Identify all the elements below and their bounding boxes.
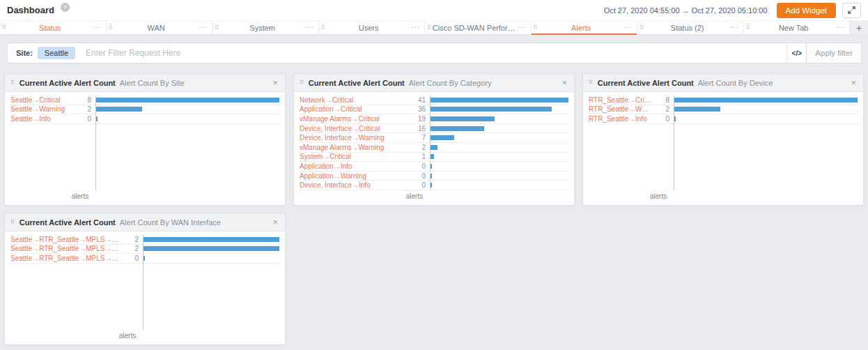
chart-row-header: Application→Critical36 [300,105,430,113]
widget-title: Current Active Alert Count [309,79,405,87]
tab-menu-icon[interactable]: ··· [305,24,318,31]
chart-row-label: Application→Info [300,162,408,170]
chart-row-value: 2 [121,245,143,252]
drag-handle-icon[interactable]: ⠿ [425,24,433,31]
chart-row-value: 16 [408,125,430,132]
widget-title: Current Active Alert Count [598,79,694,87]
close-icon[interactable]: × [849,78,858,87]
code-mode-button[interactable]: </> [786,43,806,63]
page-title: Dashboard [7,5,54,15]
drag-handle-icon[interactable]: ⠿ [212,24,220,31]
chart-row-label: vManage Alarms→Critical [300,115,408,123]
chart-row: RTR_Seattle→Warning2 [589,105,858,115]
chart-row: Application→Critical36 [300,105,568,115]
tab-new-tab[interactable]: ⠿New Tab··· [744,21,851,34]
tab-menu-icon[interactable]: ··· [411,24,424,31]
chart-row-value: 0 [651,115,674,123]
bar [144,237,279,242]
chart-row-label: Seattle→Critical [10,96,73,104]
tab-cisco-sd-wan-performance[interactable]: ⠿Cisco SD-WAN Performance··· [425,21,532,34]
close-icon[interactable]: × [560,78,568,87]
tab-menu-icon[interactable]: ··· [836,24,849,31]
widget-alert-count-by-device: ⠿ Current Active Alert Count Alert Count… [582,73,864,206]
chart-row: vManage Alarms→Critical19 [300,114,568,124]
drag-handle-icon[interactable]: ⠿ [589,79,593,86]
chart-row-value: 0 [408,172,430,180]
date-range[interactable]: Oct 27, 2020 04:55:00 → Oct 27, 2020 05:… [604,6,768,15]
bar-chart: Seattle→RTR_Seattle→MPLS→GigabitEt...2Se… [10,235,279,330]
chart-row-label: RTR_Seattle→Critical [589,96,651,104]
x-axis-label: alerts [107,332,148,340]
bar [431,98,568,102]
filter-input[interactable] [84,47,786,59]
chart-row: Device, Interface→Warning7 [300,133,568,143]
bar-track [430,107,568,112]
chart-row-header: Seattle→Warning2 [10,105,95,113]
bar [431,154,434,159]
drag-handle-icon[interactable]: ⠿ [0,24,8,31]
chart-row: vManage Alarms→Warning2 [300,143,568,153]
bar-track [430,183,568,188]
tab-menu-icon[interactable]: ··· [623,24,637,31]
chart-row: Seattle→Warning2 [10,105,279,115]
bar [674,98,858,102]
tab-menu-icon[interactable]: ··· [730,24,743,31]
bar [431,107,552,112]
chart-row-header: RTR_Seattle→Critical8 [589,96,674,104]
filter-bar: Site: Seattle </> Apply filter [7,43,862,63]
tab-system[interactable]: ⠿System··· [212,21,319,34]
drag-handle-icon[interactable]: ⠿ [10,79,15,86]
tab-wan[interactable]: ⠿WAN··· [107,21,213,34]
chart-row-header: vManage Alarms→Warning2 [300,144,430,151]
bar-track [143,256,279,261]
close-icon[interactable]: × [271,78,279,87]
tab-menu-icon[interactable]: ··· [199,24,212,31]
apply-filter-button[interactable]: Apply filter [806,43,861,63]
close-icon[interactable]: × [271,218,279,227]
drag-handle-icon[interactable]: ⠿ [637,24,645,31]
tab-status-2[interactable]: ⠿Status (2)··· [637,21,744,34]
x-axis-label: alerts [637,192,679,200]
drag-handle-icon[interactable]: ⠿ [10,219,15,225]
chart-rows: RTR_Seattle→Critical8RTR_Seattle→Warning… [589,96,858,124]
chart-row: Seattle→RTR_Seattle→MPLS→GigabitEt...0 [10,254,279,264]
tab-label: New Tab [751,24,836,32]
chart-row-header: Application→Warning0 [300,172,430,180]
code-icon: </> [792,50,802,57]
widget-chart: Seattle→Critical8Seattle→Warning2Seattle… [5,92,285,200]
chart-row-value: 0 [121,254,143,262]
drag-handle-icon[interactable]: ⠿ [744,24,752,31]
chart-row-header: Device, Interface→Critical16 [300,125,430,132]
tab-alerts[interactable]: ⠿Alerts··· [532,21,638,34]
chart-row-header: Seattle→RTR_Seattle→MPLS→GigabitEt...2 [10,245,143,252]
tab-status[interactable]: ⠿Status··· [0,21,107,34]
y-axis-line [95,96,96,190]
chart-row-label: Seattle→Warning [10,105,73,113]
tab-label: WAN [114,24,199,32]
tab-users[interactable]: ⠿Users··· [319,21,426,34]
chart-row-label: Seattle→RTR_Seattle→MPLS→GigabitEt... [10,245,121,252]
bar-track [95,116,279,121]
add-tab-button[interactable]: + [850,21,868,34]
chart-row: Device, Interface→Critical16 [300,124,568,134]
widget-subtitle: Alert Count By Device [698,79,850,87]
drag-handle-icon[interactable]: ⠿ [300,79,304,86]
chart-row-header: Seattle→RTR_Seattle→MPLS→GigabitEt...0 [10,254,143,262]
drag-handle-icon[interactable]: ⠿ [319,24,327,31]
help-icon[interactable]: ? [61,3,70,12]
x-axis-label: alerts [59,192,101,200]
add-widget-button[interactable]: Add Widget [777,3,836,18]
tab-menu-icon[interactable]: ··· [93,24,106,31]
chart-row-label: RTR_Seattle→Warning [589,105,651,113]
drag-handle-icon[interactable]: ⠿ [532,24,539,31]
tab-label: System [220,24,305,32]
chart-row-value: 8 [651,96,674,104]
fullscreen-button[interactable] [842,3,861,18]
widget-header: ⠿ Current Active Alert Count Alert Count… [294,74,574,92]
drag-handle-icon[interactable]: ⠿ [107,24,114,31]
tab-menu-icon[interactable]: ··· [518,24,531,31]
site-filter-chip[interactable]: Seattle [38,47,75,59]
bar-track [430,145,568,150]
chart-row-header: RTR_Seattle→Info0 [589,115,674,123]
bar [144,246,279,251]
